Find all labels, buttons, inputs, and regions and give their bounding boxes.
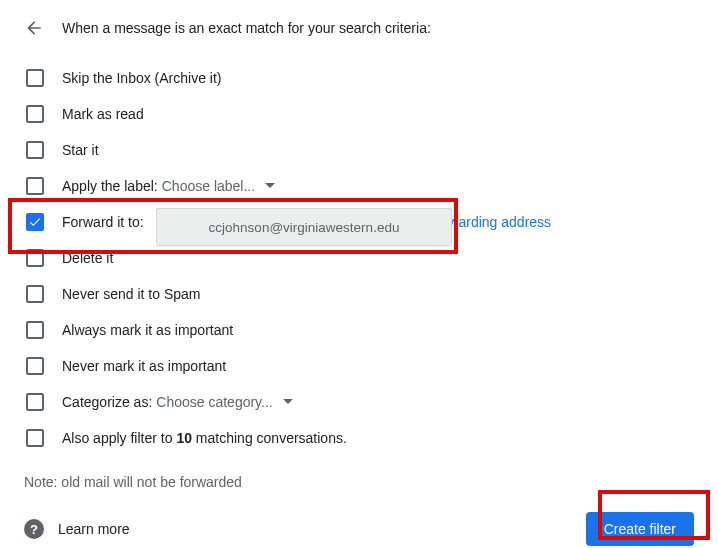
never-spam-checkbox[interactable]	[26, 285, 44, 303]
apply-label-select[interactable]: Choose label...	[162, 178, 275, 194]
categorize-label: Categorize as:	[62, 394, 152, 410]
also-apply-label: Also apply filter to 10 matching convers…	[62, 430, 347, 446]
never-spam-label: Never send it to Spam	[62, 286, 201, 302]
skip-inbox-checkbox[interactable]	[26, 69, 44, 87]
forward-email-dropdown[interactable]: ccjohnson@virginiawestern.edu	[156, 208, 452, 246]
always-important-label: Always mark it as important	[62, 322, 233, 338]
always-important-checkbox[interactable]	[26, 321, 44, 339]
create-filter-button[interactable]: Create filter	[586, 512, 694, 546]
categorize-select-text: Choose category...	[156, 394, 272, 410]
skip-inbox-label: Skip the Inbox (Archive it)	[62, 70, 222, 86]
never-important-checkbox[interactable]	[26, 357, 44, 375]
never-important-label: Never mark it as important	[62, 358, 226, 374]
apply-label-select-text: Choose label...	[162, 178, 255, 194]
delete-it-checkbox[interactable]	[26, 249, 44, 267]
categorize-select[interactable]: Choose category...	[156, 394, 292, 410]
forward-email-value: ccjohnson@virginiawestern.edu	[209, 220, 400, 235]
also-apply-checkbox[interactable]	[26, 429, 44, 447]
learn-more-label: Learn more	[58, 521, 130, 537]
apply-label-label: Apply the label:	[62, 178, 158, 194]
forward-label: Forward it to:	[62, 214, 144, 230]
mark-read-label: Mark as read	[62, 106, 144, 122]
back-arrow-icon[interactable]	[24, 18, 44, 38]
categorize-checkbox[interactable]	[26, 393, 44, 411]
star-it-label: Star it	[62, 142, 99, 158]
forward-note: Note: old mail will not be forwarded	[24, 474, 694, 490]
help-icon: ?	[24, 519, 44, 539]
check-icon	[28, 215, 42, 229]
chevron-down-icon	[265, 181, 275, 191]
star-it-checkbox[interactable]	[26, 141, 44, 159]
add-forwarding-address-link[interactable]: rwarding address	[444, 214, 551, 230]
mark-read-checkbox[interactable]	[26, 105, 44, 123]
forward-checkbox[interactable]	[26, 213, 44, 231]
delete-it-label: Delete it	[62, 250, 113, 266]
page-title: When a message is an exact match for you…	[62, 20, 431, 36]
chevron-down-icon	[283, 397, 293, 407]
apply-label-checkbox[interactable]	[26, 177, 44, 195]
learn-more-link[interactable]: ? Learn more	[24, 519, 130, 539]
